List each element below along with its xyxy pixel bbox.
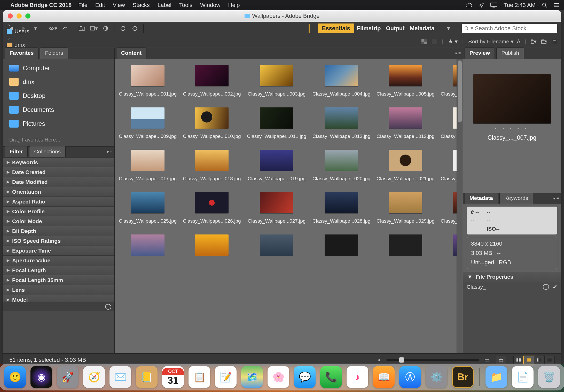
dock-messages[interactable]: 💬	[294, 366, 316, 388]
thumbnail-item[interactable]: Classy_Wallpape...028.jpg	[312, 191, 371, 228]
filter-iso-speed-ratings[interactable]: ▶ISO Speed Ratings	[3, 236, 114, 246]
filter-aperture-value[interactable]: ▶Aperture Value	[3, 256, 114, 265]
dock-facetime[interactable]: 📞	[320, 366, 342, 388]
tab-favorites[interactable]: Favorites	[5, 48, 38, 59]
menubar-app-name[interactable]: Adobe Bridge CC 2018	[10, 2, 72, 9]
filter-color-mode[interactable]: ▶Color Mode	[3, 216, 114, 226]
location-icon[interactable]	[479, 3, 484, 8]
menubar-clock[interactable]: Tue 2:43 AM	[504, 2, 536, 9]
thumbnail-item[interactable]: Classy_Wallpape...018.jpg	[182, 148, 241, 186]
workspace-menu-button[interactable]: ▼	[444, 24, 453, 33]
file-properties-section[interactable]: ▼File Properties	[463, 272, 561, 282]
filter-keywords[interactable]: ▶Keywords	[3, 158, 114, 167]
workspace-divider[interactable]	[309, 24, 310, 33]
dock-ibooks[interactable]: 📖	[373, 366, 395, 388]
menubar-edit[interactable]: Edit	[95, 2, 105, 8]
creative-cloud-icon[interactable]	[466, 3, 473, 7]
notification-center-icon[interactable]	[554, 3, 559, 7]
thumbnail-item[interactable]: Classy_Wallpape...027.jpg	[247, 191, 307, 228]
airplay-icon[interactable]	[490, 3, 497, 8]
thumbnail-item[interactable]: Classy_Wallpape...025.jpg	[118, 191, 177, 228]
thumbnail-item[interactable]: Classy_Wallpape...004.jpg	[312, 64, 371, 101]
workspace-tab-essentials[interactable]: Essentials	[318, 23, 354, 33]
menubar-window[interactable]: Window	[200, 2, 220, 8]
dock-notes[interactable]: 📝	[215, 366, 237, 388]
filter-date-created[interactable]: ▶Date Created	[3, 167, 114, 177]
thumbnail-item[interactable]: Classy_Wallpape...019.jpg	[247, 148, 307, 186]
thumbnail-item[interactable]	[376, 233, 435, 257]
preview-image[interactable]	[473, 74, 551, 123]
metadata-panel-menu[interactable]: ▾ ≡	[553, 196, 559, 201]
thumbnail-item[interactable]: Classy_Wallpape...002.jpg	[182, 64, 241, 101]
boomerang-button[interactable]	[60, 24, 69, 33]
workspace-tab-output[interactable]: Output	[383, 23, 407, 33]
dock-maps[interactable]: 🗺️	[241, 366, 263, 388]
thumbnail-grid[interactable]: Classy_Wallpape...001.jpgClassy_Wallpape…	[118, 64, 459, 257]
dock-photos[interactable]: 🌸	[268, 366, 289, 388]
window-titlebar[interactable]: Wallpapers - Adobe Bridge	[3, 10, 561, 22]
new-folder-icon[interactable]: +	[541, 39, 547, 44]
tab-filter[interactable]: Filter	[5, 146, 28, 157]
view-details-button[interactable]	[534, 356, 544, 364]
thumbnail-item[interactable]: Classy_Wallpape...010.jpg	[182, 106, 241, 144]
zoom-smallest-icon[interactable]: ▫	[376, 357, 382, 363]
content-panel-menu[interactable]: ▾ ≡	[455, 51, 461, 56]
dock-reminders[interactable]: 📋	[189, 366, 210, 388]
breadcrumb-users[interactable]: Users	[7, 28, 50, 35]
camera-import-button[interactable]	[77, 24, 87, 33]
filter-panel-menu[interactable]: ▾ ≡	[107, 150, 112, 154]
stock-search-input[interactable]	[475, 25, 555, 32]
thumbnail-size-slider[interactable]	[386, 359, 479, 361]
filter-color-profile[interactable]: ▶Color Profile	[3, 207, 114, 216]
zoom-largest-icon[interactable]: ▭	[484, 357, 490, 363]
thumbnail-item[interactable]	[247, 233, 307, 257]
dock-app-folder[interactable]: 📁	[485, 366, 507, 388]
thumbnail-item[interactable]: Classy_Wallpape...026.jpg	[182, 191, 241, 228]
thumbnail-item[interactable]	[118, 233, 177, 257]
menubar-file[interactable]: File	[78, 2, 87, 8]
favorite-documents[interactable]: Documents	[3, 103, 114, 117]
tab-folders[interactable]: Folders	[40, 48, 68, 59]
view-list-button[interactable]	[544, 356, 555, 364]
dock-calendar[interactable]: OCT31	[162, 366, 184, 388]
workspace-tab-metadata[interactable]: Metadata	[407, 23, 437, 33]
chevron-right-icon[interactable]: ›	[8, 22, 10, 28]
tab-collections[interactable]: Collections	[29, 146, 66, 157]
filter-orientation[interactable]: ▶Orientation	[3, 187, 114, 197]
content-scrollbar[interactable]	[457, 59, 463, 353]
favorite-dmx[interactable]: dmx	[3, 75, 114, 89]
filter-aspect-ratio[interactable]: ▶Aspect Ratio	[3, 197, 114, 207]
favorite-pictures[interactable]: Pictures	[3, 117, 114, 131]
thumbnail-item[interactable]: Classy_Wallpape...021.jpg	[376, 148, 435, 186]
filter-model[interactable]: ▶Model	[3, 295, 114, 302]
thumbnail-item[interactable]: Classy_Wallpape...017.jpg	[118, 148, 177, 186]
favorite-computer[interactable]: Computer	[3, 61, 114, 75]
thumbnail-item[interactable]: Classy_Wallpape...003.jpg	[247, 64, 307, 101]
menubar-label[interactable]: Label	[158, 2, 171, 8]
thumbnail-item[interactable]: Classy_Wallpape...005.jpg	[376, 64, 435, 101]
menubar-view[interactable]: View	[113, 2, 125, 8]
rotate-ccw-button[interactable]	[118, 24, 128, 33]
chevron-right-icon[interactable]: ›	[8, 36, 10, 41]
breadcrumb-dmx[interactable]: dmx	[7, 42, 50, 48]
stock-search-box[interactable]: ▾	[462, 24, 557, 33]
trash-icon[interactable]	[552, 39, 557, 44]
sort-direction-icon[interactable]: ᐱ	[517, 38, 520, 44]
thumbnail-item[interactable]: Classy_Wallpape...029.jpg	[376, 191, 435, 228]
thumbnail-item[interactable]: Classy_Wallpaper...011.jpg	[247, 106, 307, 144]
menubar-stacks[interactable]: Stacks	[133, 2, 150, 8]
camera-raw-button[interactable]	[101, 24, 111, 33]
lock-grid-button[interactable]	[496, 356, 506, 364]
dock-contacts[interactable]: 📒	[136, 366, 158, 388]
dock-recent-file[interactable]: 📄	[512, 366, 534, 388]
thumbnail-item[interactable]: Classy_Wallpape...013.jpg	[376, 106, 435, 144]
spotlight-icon[interactable]	[542, 2, 547, 8]
filter-date-modified[interactable]: ▶Date Modified	[3, 177, 114, 187]
thumbnail-item[interactable]: Classy_Wallpape...020.jpg	[312, 148, 371, 186]
filter-rating-button[interactable]: ★ ▾	[448, 38, 458, 45]
refine-button[interactable]: ▾	[89, 24, 99, 33]
thumbnail-item[interactable]	[182, 233, 241, 257]
dock-mail[interactable]: ✉️	[109, 366, 131, 388]
dock-system-prefs[interactable]: ⚙️	[426, 366, 447, 388]
rotate-cw-button[interactable]	[130, 24, 140, 33]
